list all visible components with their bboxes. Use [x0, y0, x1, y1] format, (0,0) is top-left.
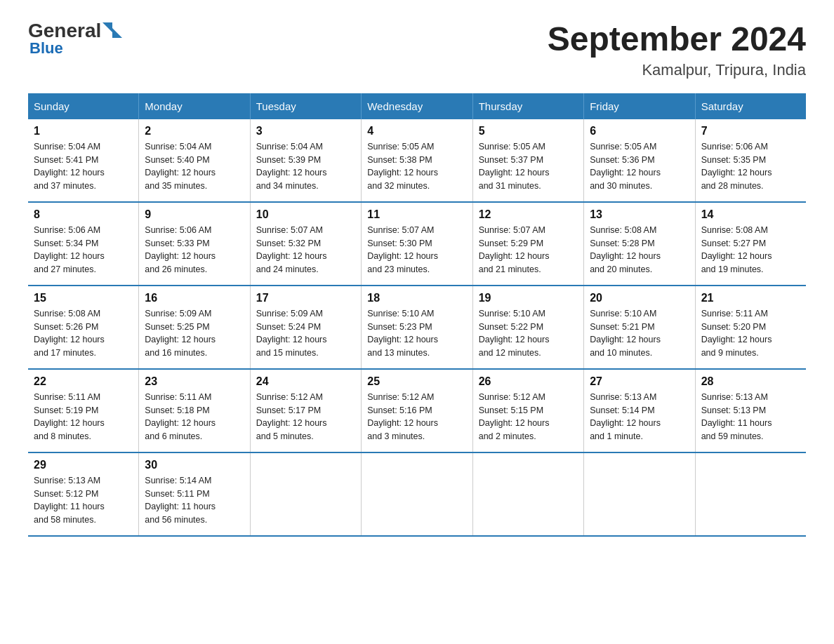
day-number: 13	[590, 208, 689, 221]
calendar-cell: 8 Sunrise: 5:06 AMSunset: 5:34 PMDayligh…	[28, 202, 139, 286]
day-info: Sunrise: 5:09 AMSunset: 5:24 PMDaylight:…	[256, 307, 355, 360]
calendar-header-row: SundayMondayTuesdayWednesdayThursdayFrid…	[28, 93, 806, 119]
day-info: Sunrise: 5:04 AMSunset: 5:39 PMDaylight:…	[256, 140, 355, 193]
day-number: 24	[256, 375, 355, 388]
day-info: Sunrise: 5:07 AMSunset: 5:32 PMDaylight:…	[256, 224, 355, 276]
day-info: Sunrise: 5:11 AMSunset: 5:20 PMDaylight:…	[701, 307, 800, 360]
calendar-table: SundayMondayTuesdayWednesdayThursdayFrid…	[28, 93, 806, 537]
calendar-cell: 15 Sunrise: 5:08 AMSunset: 5:26 PMDaylig…	[28, 286, 139, 369]
weekday-header-tuesday: Tuesday	[250, 93, 361, 119]
day-number: 27	[590, 375, 689, 388]
calendar-cell: 24 Sunrise: 5:12 AMSunset: 5:17 PMDaylig…	[250, 369, 361, 452]
calendar-cell: 9 Sunrise: 5:06 AMSunset: 5:33 PMDayligh…	[139, 202, 250, 286]
calendar-cell: 20 Sunrise: 5:10 AMSunset: 5:21 PMDaylig…	[584, 286, 695, 369]
calendar-week-row: 1 Sunrise: 5:04 AMSunset: 5:41 PMDayligh…	[28, 119, 806, 202]
calendar-cell: 13 Sunrise: 5:08 AMSunset: 5:28 PMDaylig…	[584, 202, 695, 286]
calendar-cell	[250, 452, 361, 536]
day-info: Sunrise: 5:11 AMSunset: 5:19 PMDaylight:…	[34, 391, 133, 443]
calendar-cell: 6 Sunrise: 5:05 AMSunset: 5:36 PMDayligh…	[584, 119, 695, 202]
calendar-cell	[362, 452, 472, 536]
calendar-cell: 25 Sunrise: 5:12 AMSunset: 5:16 PMDaylig…	[362, 369, 472, 452]
calendar-cell	[584, 452, 695, 536]
day-number: 17	[256, 292, 355, 304]
day-info: Sunrise: 5:06 AMSunset: 5:33 PMDaylight:…	[145, 224, 244, 276]
day-info: Sunrise: 5:08 AMSunset: 5:27 PMDaylight:…	[701, 224, 800, 276]
day-number: 5	[479, 125, 578, 137]
day-info: Sunrise: 5:13 AMSunset: 5:14 PMDaylight:…	[590, 391, 689, 443]
day-number: 14	[701, 208, 800, 221]
day-number: 1	[34, 125, 133, 137]
calendar-week-row: 15 Sunrise: 5:08 AMSunset: 5:26 PMDaylig…	[28, 286, 806, 369]
day-info: Sunrise: 5:05 AMSunset: 5:38 PMDaylight:…	[367, 140, 466, 193]
calendar-cell: 23 Sunrise: 5:11 AMSunset: 5:18 PMDaylig…	[139, 369, 250, 452]
day-number: 12	[479, 208, 578, 221]
calendar-cell: 18 Sunrise: 5:10 AMSunset: 5:23 PMDaylig…	[362, 286, 472, 369]
calendar-cell: 29 Sunrise: 5:13 AMSunset: 5:12 PMDaylig…	[28, 452, 139, 536]
day-number: 15	[34, 292, 133, 304]
weekday-header-friday: Friday	[584, 93, 695, 119]
day-number: 20	[590, 292, 689, 304]
calendar-cell: 1 Sunrise: 5:04 AMSunset: 5:41 PMDayligh…	[28, 119, 139, 202]
calendar-week-row: 29 Sunrise: 5:13 AMSunset: 5:12 PMDaylig…	[28, 452, 806, 536]
calendar-cell	[472, 452, 583, 536]
day-number: 23	[145, 375, 244, 388]
day-info: Sunrise: 5:09 AMSunset: 5:25 PMDaylight:…	[145, 307, 244, 360]
day-number: 8	[34, 208, 133, 221]
calendar-week-row: 8 Sunrise: 5:06 AMSunset: 5:34 PMDayligh…	[28, 202, 806, 286]
day-info: Sunrise: 5:10 AMSunset: 5:23 PMDaylight:…	[367, 307, 466, 360]
day-number: 21	[701, 292, 800, 304]
calendar-cell: 14 Sunrise: 5:08 AMSunset: 5:27 PMDaylig…	[695, 202, 806, 286]
day-info: Sunrise: 5:05 AMSunset: 5:36 PMDaylight:…	[590, 140, 689, 193]
logo-general: General	[28, 21, 101, 41]
day-info: Sunrise: 5:06 AMSunset: 5:34 PMDaylight:…	[34, 224, 133, 276]
calendar-cell: 12 Sunrise: 5:07 AMSunset: 5:29 PMDaylig…	[472, 202, 583, 286]
calendar-cell: 21 Sunrise: 5:11 AMSunset: 5:20 PMDaylig…	[695, 286, 806, 369]
calendar-cell: 5 Sunrise: 5:05 AMSunset: 5:37 PMDayligh…	[472, 119, 583, 202]
logo-blue: Blue	[29, 39, 63, 58]
day-info: Sunrise: 5:13 AMSunset: 5:12 PMDaylight:…	[34, 474, 133, 527]
day-info: Sunrise: 5:05 AMSunset: 5:37 PMDaylight:…	[479, 140, 578, 193]
day-number: 28	[701, 375, 800, 388]
calendar-cell: 26 Sunrise: 5:12 AMSunset: 5:15 PMDaylig…	[472, 369, 583, 452]
calendar-cell: 16 Sunrise: 5:09 AMSunset: 5:25 PMDaylig…	[139, 286, 250, 369]
day-number: 6	[590, 125, 689, 137]
day-number: 2	[145, 125, 244, 137]
day-info: Sunrise: 5:11 AMSunset: 5:18 PMDaylight:…	[145, 391, 244, 443]
calendar-cell: 19 Sunrise: 5:10 AMSunset: 5:22 PMDaylig…	[472, 286, 583, 369]
day-info: Sunrise: 5:04 AMSunset: 5:40 PMDaylight:…	[145, 140, 244, 193]
calendar-subtitle: Kamalpur, Tripura, India	[548, 61, 806, 79]
calendar-cell: 10 Sunrise: 5:07 AMSunset: 5:32 PMDaylig…	[250, 202, 361, 286]
day-info: Sunrise: 5:07 AMSunset: 5:29 PMDaylight:…	[479, 224, 578, 276]
day-info: Sunrise: 5:10 AMSunset: 5:22 PMDaylight:…	[479, 307, 578, 360]
weekday-header-monday: Monday	[139, 93, 250, 119]
calendar-cell: 4 Sunrise: 5:05 AMSunset: 5:38 PMDayligh…	[362, 119, 472, 202]
calendar-cell: 17 Sunrise: 5:09 AMSunset: 5:24 PMDaylig…	[250, 286, 361, 369]
day-number: 3	[256, 125, 355, 137]
day-info: Sunrise: 5:12 AMSunset: 5:17 PMDaylight:…	[256, 391, 355, 443]
day-info: Sunrise: 5:08 AMSunset: 5:26 PMDaylight:…	[34, 307, 133, 360]
calendar-title-block: September 2024 Kamalpur, Tripura, India	[548, 21, 806, 79]
day-number: 22	[34, 375, 133, 388]
logo: General Blue	[28, 21, 122, 58]
calendar-cell: 3 Sunrise: 5:04 AMSunset: 5:39 PMDayligh…	[250, 119, 361, 202]
day-info: Sunrise: 5:06 AMSunset: 5:35 PMDaylight:…	[701, 140, 800, 193]
calendar-cell	[695, 452, 806, 536]
day-info: Sunrise: 5:08 AMSunset: 5:28 PMDaylight:…	[590, 224, 689, 276]
day-info: Sunrise: 5:07 AMSunset: 5:30 PMDaylight:…	[367, 224, 466, 276]
calendar-week-row: 22 Sunrise: 5:11 AMSunset: 5:19 PMDaylig…	[28, 369, 806, 452]
day-number: 7	[701, 125, 800, 137]
calendar-cell: 30 Sunrise: 5:14 AMSunset: 5:11 PMDaylig…	[139, 452, 250, 536]
weekday-header-wednesday: Wednesday	[362, 93, 472, 119]
day-number: 18	[367, 292, 466, 304]
calendar-cell: 22 Sunrise: 5:11 AMSunset: 5:19 PMDaylig…	[28, 369, 139, 452]
day-info: Sunrise: 5:12 AMSunset: 5:16 PMDaylight:…	[367, 391, 466, 443]
calendar-cell: 11 Sunrise: 5:07 AMSunset: 5:30 PMDaylig…	[362, 202, 472, 286]
day-number: 29	[34, 459, 133, 471]
calendar-cell: 27 Sunrise: 5:13 AMSunset: 5:14 PMDaylig…	[584, 369, 695, 452]
day-info: Sunrise: 5:12 AMSunset: 5:15 PMDaylight:…	[479, 391, 578, 443]
day-number: 10	[256, 208, 355, 221]
day-number: 11	[367, 208, 466, 221]
day-number: 16	[145, 292, 244, 304]
day-number: 19	[479, 292, 578, 304]
calendar-title: September 2024	[548, 21, 806, 58]
